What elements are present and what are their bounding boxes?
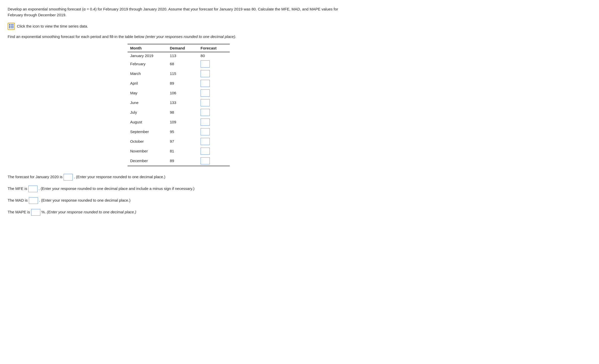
- table-row: March115: [128, 69, 230, 79]
- grid-cell: [12, 27, 14, 29]
- forecast-input-april[interactable]: [201, 80, 210, 87]
- cell-demand: 95: [167, 127, 198, 137]
- cell-forecast[interactable]: [198, 156, 230, 166]
- cell-forecast[interactable]: [198, 137, 230, 146]
- mad-answer-row: The MAD is . (Enter your response rounde…: [8, 197, 350, 204]
- forecast-input-february[interactable]: [201, 60, 210, 68]
- table-row: December89: [128, 156, 230, 166]
- grid-cell: [9, 27, 10, 29]
- forecast-input-october[interactable]: [201, 138, 210, 145]
- cell-forecast: 80: [198, 52, 230, 59]
- table-row: April89: [128, 79, 230, 88]
- icon-row: Click the icon to view the time series d…: [8, 23, 350, 30]
- cell-forecast[interactable]: [198, 79, 230, 88]
- table-row: June133: [128, 98, 230, 108]
- mad-input[interactable]: [29, 197, 38, 204]
- forecast-input-december[interactable]: [201, 157, 210, 164]
- grid-cell: [9, 24, 10, 25]
- jan2020-suffix: . (Enter your response rounded to one de…: [74, 175, 165, 179]
- cell-month: November: [128, 146, 167, 156]
- forecast-static-value: 80: [201, 54, 205, 58]
- cell-demand: 98: [167, 108, 198, 117]
- cell-month: February: [128, 59, 167, 69]
- jan2020-input[interactable]: [64, 174, 73, 180]
- jan2020-label: The forecast for January 2020 is: [8, 175, 63, 179]
- grid-cell: [9, 25, 10, 27]
- table-row: July98: [128, 108, 230, 117]
- mape-suffix: (Enter your response rounded to one deci…: [47, 210, 136, 214]
- col-header-demand: Demand: [167, 44, 198, 52]
- cell-month: March: [128, 69, 167, 79]
- jan2020-answer-row: The forecast for January 2020 is . (Ente…: [8, 174, 350, 180]
- cell-demand: 89: [167, 79, 198, 88]
- cell-demand: 106: [167, 88, 198, 98]
- cell-demand: 115: [167, 69, 198, 79]
- table-row: August109: [128, 117, 230, 127]
- table-header-row: Month Demand Forecast: [128, 44, 230, 52]
- cell-month: September: [128, 127, 167, 137]
- statement-line2: February through December 2019.: [8, 13, 66, 17]
- mape-answer-row: The MAPE is %. (Enter your response roun…: [8, 209, 350, 216]
- cell-month: May: [128, 88, 167, 98]
- cell-demand: 109: [167, 117, 198, 127]
- mad-suffix: . (Enter your response rounded to one de…: [39, 198, 131, 202]
- cell-forecast[interactable]: [198, 146, 230, 156]
- forecast-input-september[interactable]: [201, 128, 210, 135]
- cell-forecast[interactable]: [198, 117, 230, 127]
- mape-input[interactable]: [31, 209, 40, 216]
- forecast-table-container: Month Demand Forecast January 201911380F…: [8, 44, 350, 166]
- grid-cell: [12, 24, 14, 25]
- time-series-icon[interactable]: [8, 23, 15, 30]
- forecast-input-november[interactable]: [201, 148, 210, 155]
- forecast-input-august[interactable]: [201, 119, 210, 126]
- table-row: May106: [128, 88, 230, 98]
- forecast-input-july[interactable]: [201, 109, 210, 116]
- cell-forecast[interactable]: [198, 127, 230, 137]
- cell-forecast[interactable]: [198, 108, 230, 117]
- instructions-text: Find an exponential smoothing forecast f…: [8, 34, 144, 39]
- statement-line1: Develop an exponential smoothing forecas…: [8, 7, 338, 11]
- cell-demand: 133: [167, 98, 198, 108]
- cell-month: June: [128, 98, 167, 108]
- cell-demand: 113: [167, 52, 198, 59]
- mape-percent: %.: [41, 210, 46, 214]
- forecast-input-june[interactable]: [201, 99, 210, 106]
- forecast-input-may[interactable]: [201, 89, 210, 97]
- table-row: January 201911380: [128, 52, 230, 59]
- mfe-answer-row: The MFE is . (Enter your response rounde…: [8, 186, 350, 192]
- mfe-input[interactable]: [28, 186, 38, 192]
- grid-cell: [11, 27, 12, 29]
- cell-month: October: [128, 137, 167, 146]
- instructions: Find an exponential smoothing forecast f…: [8, 34, 350, 39]
- cell-demand: 89: [167, 156, 198, 166]
- instructions-italic: (enter your responses rounded to one dec…: [145, 34, 236, 39]
- cell-forecast[interactable]: [198, 69, 230, 79]
- table-row: February68: [128, 59, 230, 69]
- cell-forecast[interactable]: [198, 59, 230, 69]
- grid-cell: [11, 25, 12, 27]
- table-row: October97: [128, 137, 230, 146]
- mfe-suffix: . (Enter your response rounded to one de…: [39, 186, 194, 191]
- forecast-input-march[interactable]: [201, 70, 210, 77]
- grid-cell: [11, 24, 12, 25]
- cell-forecast[interactable]: [198, 98, 230, 108]
- cell-month: August: [128, 117, 167, 127]
- problem-statement: Develop an exponential smoothing forecas…: [8, 6, 350, 18]
- grid-cell: [12, 25, 14, 27]
- mad-label: The MAD is: [8, 198, 28, 202]
- cell-forecast[interactable]: [198, 88, 230, 98]
- mape-label: The MAPE is: [8, 210, 30, 214]
- cell-demand: 81: [167, 146, 198, 156]
- cell-month: April: [128, 79, 167, 88]
- col-header-month: Month: [128, 44, 167, 52]
- forecast-table: Month Demand Forecast January 201911380F…: [128, 44, 230, 166]
- cell-month: December: [128, 156, 167, 166]
- col-header-forecast: Forecast: [198, 44, 230, 52]
- cell-month: January 2019: [128, 52, 167, 59]
- icon-label: Click the icon to view the time series d…: [17, 24, 88, 28]
- mfe-label: The MFE is: [8, 186, 27, 191]
- table-row: November81: [128, 146, 230, 156]
- cell-demand: 68: [167, 59, 198, 69]
- cell-month: July: [128, 108, 167, 117]
- table-row: September95: [128, 127, 230, 137]
